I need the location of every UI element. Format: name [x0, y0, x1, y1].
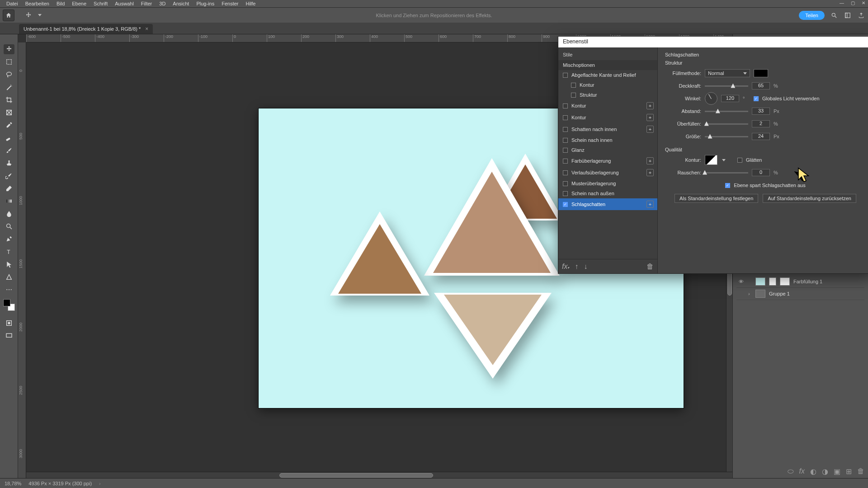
frame-tool[interactable]	[4, 108, 14, 117]
menu-bearbeiten[interactable]: Bearbeiten	[22, 1, 53, 6]
shadow-color-swatch[interactable]	[754, 69, 768, 77]
menu-schrift[interactable]: Schrift	[90, 1, 111, 6]
spread-slider[interactable]	[705, 123, 748, 125]
layer-row[interactable]: › Gruppe 1	[736, 288, 864, 300]
window-minimize-icon[interactable]: —	[839, 0, 844, 5]
move-down-icon[interactable]: ↓	[584, 263, 587, 271]
history-brush-tool[interactable]	[4, 171, 14, 181]
blending-options-row[interactable]: Mischoptionen	[558, 60, 657, 70]
document-tab[interactable]: Unbenannt-1 bei 18,8% (Dreieck 1 Kopie 3…	[19, 24, 153, 34]
trash-icon[interactable]: 🗑	[646, 263, 654, 271]
style-row[interactable]: Schein nach innen	[558, 135, 657, 145]
reset-default-button[interactable]: Auf Standardeinstellung zurücksetzen	[763, 194, 856, 203]
fx-menu-icon[interactable]: fx▾	[562, 263, 569, 271]
add-effect-icon[interactable]: +	[646, 169, 654, 176]
style-checkbox[interactable]	[563, 191, 568, 196]
spread-input[interactable]: 2	[752, 120, 770, 127]
global-light-checkbox[interactable]: ✓	[754, 96, 759, 101]
layer-name[interactable]: Gruppe 1	[769, 291, 790, 296]
mask-icon[interactable]: ◐	[810, 467, 816, 476]
style-row[interactable]: ✓Schlagschatten+	[558, 198, 657, 210]
angle-dial[interactable]	[705, 92, 717, 105]
workspace-icon[interactable]	[844, 11, 852, 19]
crop-tool[interactable]	[4, 95, 14, 105]
adjustment-icon[interactable]: ◑	[822, 467, 828, 476]
lasso-tool[interactable]	[4, 70, 14, 80]
style-row[interactable]: Struktur	[558, 90, 657, 100]
healing-brush-tool[interactable]	[4, 133, 14, 143]
style-row[interactable]: Abgeflachte Kante und Relief	[558, 70, 657, 80]
add-effect-icon[interactable]: +	[646, 114, 654, 121]
style-checkbox[interactable]	[563, 73, 568, 78]
style-checkbox[interactable]	[563, 138, 568, 143]
brush-tool[interactable]	[4, 145, 14, 155]
style-row[interactable]: Schatten nach innen+	[558, 123, 657, 135]
style-checkbox[interactable]	[563, 159, 568, 164]
trash-icon[interactable]: 🗑	[857, 467, 864, 475]
blend-mode-dropdown[interactable]: Normal	[705, 69, 750, 77]
document-info[interactable]: 4936 Px × 3319 Px (300 ppi)	[28, 481, 92, 486]
zoom-level[interactable]: 18,78%	[5, 481, 21, 486]
add-effect-icon[interactable]: +	[646, 201, 654, 208]
path-select-tool[interactable]	[4, 259, 14, 269]
magic-wand-tool[interactable]	[4, 82, 14, 92]
make-default-button[interactable]: Als Standardeinstellung festlegen	[675, 194, 758, 203]
menu-ansicht[interactable]: Ansicht	[169, 1, 193, 6]
fx-icon[interactable]: fx	[799, 467, 805, 475]
style-row[interactable]: Kontur+	[558, 100, 657, 112]
menu-auswahl[interactable]: Auswahl	[111, 1, 137, 6]
scrollbar-thumb[interactable]	[279, 473, 433, 478]
pen-tool[interactable]	[4, 234, 14, 244]
quickmask-tool[interactable]	[4, 318, 14, 328]
screenmode-tool[interactable]	[4, 331, 14, 341]
blur-tool[interactable]	[4, 209, 14, 219]
style-checkbox[interactable]	[571, 93, 576, 98]
style-checkbox[interactable]	[571, 83, 576, 88]
visibility-icon[interactable]	[737, 290, 745, 297]
layer-row[interactable]: 👁 Farbfüllung 1	[736, 276, 864, 288]
marquee-tool[interactable]	[4, 57, 14, 67]
chevron-down-icon[interactable]	[722, 159, 726, 161]
window-close-icon[interactable]: ✕	[861, 0, 866, 5]
add-effect-icon[interactable]: +	[646, 102, 654, 109]
style-checkbox[interactable]	[563, 103, 568, 108]
dodge-tool[interactable]	[4, 221, 14, 231]
style-checkbox[interactable]	[563, 127, 568, 132]
eyedropper-tool[interactable]	[4, 120, 14, 130]
distance-slider[interactable]	[705, 111, 748, 112]
expand-chevron-icon[interactable]: ›	[748, 291, 752, 296]
opacity-slider[interactable]	[705, 85, 748, 87]
contour-picker[interactable]	[705, 155, 717, 165]
style-checkbox[interactable]	[563, 148, 568, 153]
noise-slider[interactable]	[705, 172, 748, 174]
menu-filter[interactable]: Filter	[137, 1, 156, 6]
gradient-tool[interactable]	[4, 196, 14, 206]
new-layer-icon[interactable]: ⊞	[846, 467, 852, 476]
style-row[interactable]: Schein nach außen	[558, 188, 657, 198]
layer-thumbnail[interactable]	[755, 277, 765, 286]
link-icon[interactable]: ⬭	[788, 467, 794, 475]
menu-bild[interactable]: Bild	[53, 1, 68, 6]
type-tool[interactable]: T	[4, 247, 14, 257]
menu-3d[interactable]: 3D	[156, 1, 169, 6]
layer-style-dialog[interactable]: Ebenenstil Stile Mischoptionen Abgeflach…	[558, 36, 868, 274]
move-tool-indicator[interactable]	[23, 9, 34, 21]
size-input[interactable]: 24	[752, 133, 770, 140]
distance-input[interactable]: 33	[752, 108, 770, 115]
size-slider[interactable]	[705, 136, 748, 137]
color-swatch[interactable]	[3, 299, 15, 311]
close-tab-icon[interactable]: ×	[145, 26, 148, 32]
folder-new-icon[interactable]: ▣	[834, 467, 840, 476]
export-icon[interactable]	[857, 11, 865, 19]
style-row[interactable]: Glanz	[558, 145, 657, 155]
knockout-checkbox[interactable]: ✓	[725, 183, 730, 188]
layer-mask-thumbnail[interactable]	[769, 277, 776, 286]
menu-datei[interactable]: Datei	[3, 1, 22, 6]
triangle-bottom[interactable]	[434, 293, 552, 379]
style-checkbox[interactable]	[563, 115, 568, 120]
layer-name[interactable]: Farbfüllung 1	[793, 279, 822, 284]
layer-mask-thumbnail[interactable]	[780, 277, 790, 286]
angle-input[interactable]: 120	[721, 95, 739, 102]
menu-ebene[interactable]: Ebene	[68, 1, 90, 6]
antialias-checkbox[interactable]	[737, 158, 742, 163]
